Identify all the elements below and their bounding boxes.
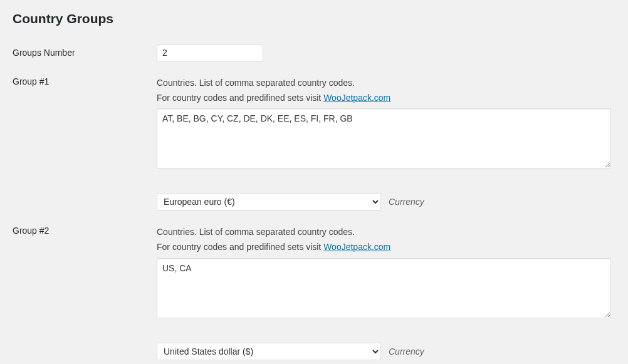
page-heading: Country Groups bbox=[13, 11, 615, 26]
group-1-label: Group #1 bbox=[13, 76, 157, 86]
group-1-countries-textarea[interactable] bbox=[157, 108, 611, 169]
groups-number-label: Groups Number bbox=[13, 44, 157, 58]
group-1-currency-select[interactable]: European euro (€) bbox=[157, 193, 381, 211]
woojetpack-link[interactable]: WooJetpack.com bbox=[323, 93, 390, 103]
groups-number-row: Groups Number bbox=[13, 44, 615, 61]
woojetpack-link-2[interactable]: WooJetpack.com bbox=[323, 242, 390, 252]
group-2-currency-select[interactable]: United States dollar ($) bbox=[157, 343, 381, 360]
group-1-desc-line2: For country codes and predifined sets vi… bbox=[157, 91, 615, 105]
group-2-countries-row: Group #2 Countries. List of comma separa… bbox=[13, 226, 615, 320]
group-2-desc-prefix: For country codes and predifined sets vi… bbox=[157, 242, 323, 252]
group-2-desc-line2: For country codes and predifined sets vi… bbox=[157, 241, 615, 254]
group-1-desc-prefix: For country codes and predifined sets vi… bbox=[157, 93, 323, 103]
groups-number-input[interactable] bbox=[157, 44, 263, 61]
group-1-countries-row: Group #1 Countries. List of comma separa… bbox=[13, 76, 615, 170]
group-1-block: Group #1 Countries. List of comma separa… bbox=[13, 76, 615, 211]
group-2-label: Group #2 bbox=[13, 226, 157, 236]
group-1-currency-label: Currency bbox=[389, 197, 424, 207]
group-1-currency-row: European euro (€) Currency bbox=[13, 193, 615, 211]
group-2-block: Group #2 Countries. List of comma separa… bbox=[13, 226, 615, 360]
group-2-desc-line1: Countries. List of comma separated count… bbox=[157, 226, 615, 239]
group-2-currency-row: United States dollar ($) Currency bbox=[13, 343, 615, 360]
group-1-desc-line1: Countries. List of comma separated count… bbox=[157, 76, 615, 90]
group-2-countries-textarea[interactable] bbox=[157, 258, 611, 318]
group-2-currency-label: Currency bbox=[389, 346, 424, 356]
